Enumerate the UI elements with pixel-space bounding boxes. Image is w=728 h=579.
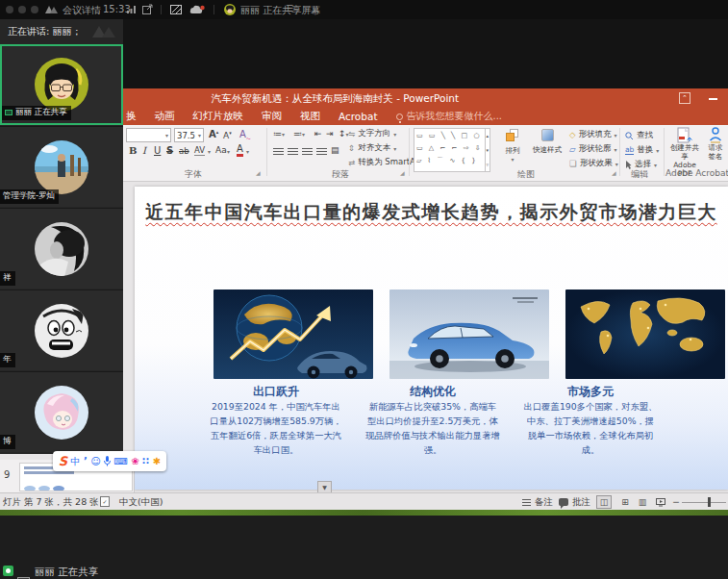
divider bbox=[161, 5, 162, 14]
meeting-topbar: 会议详情 15:33 丽丽 正在共享屏幕 ☰ bbox=[0, 0, 728, 19]
skin-icon[interactable]: ❀ bbox=[132, 457, 139, 466]
tab-review[interactable]: 审阅 bbox=[262, 110, 282, 123]
slide-canvas[interactable]: 近五年中国汽车出口量的爆发式增长趋势，揭示外贸市场潜力巨大 bbox=[135, 187, 728, 490]
character-spacing-button[interactable]: AV bbox=[194, 145, 205, 156]
toolbox-icon[interactable]: ∷ bbox=[142, 457, 149, 466]
paragraph-dialog-launcher-icon[interactable]: ◢ bbox=[400, 169, 405, 176]
align-center-icon[interactable] bbox=[288, 148, 298, 156]
participant-tile[interactable]: 祥 bbox=[0, 208, 123, 289]
pdf-page-icon bbox=[677, 127, 692, 143]
increase-indent-icon[interactable]: ⇥ bbox=[326, 129, 334, 138]
column-body: 出口覆盖190多个国家，对东盟、中东、拉丁美洲增速超50%，摆脱单一市场依赖，全… bbox=[523, 399, 658, 457]
grow-font-button[interactable]: A▴ bbox=[209, 129, 218, 139]
slide-sorter-view-button[interactable]: ⊞ bbox=[617, 495, 633, 509]
participant-label: 丽丽 正在共享 bbox=[2, 106, 71, 120]
numbering-button[interactable]: ≕▾ bbox=[293, 129, 305, 138]
ime-toolbar[interactable]: S 中 ’ ☺ ⌨ ❀ ∷ ✱ bbox=[53, 451, 166, 471]
traffic-light-icon[interactable] bbox=[31, 6, 38, 13]
align-text-button[interactable]: ⇕对齐文本▾ bbox=[348, 142, 396, 154]
slide-title: 近五年中国汽车出口量的爆发式增长趋势，揭示外贸市场潜力巨大 bbox=[135, 200, 728, 225]
shapes-gallery-scroll[interactable]: ▴▾▿ bbox=[485, 129, 490, 171]
language-indicator[interactable]: 中文(中国) bbox=[119, 496, 163, 509]
menu-icon[interactable]: ☰ bbox=[286, 4, 293, 13]
microphone-icon[interactable] bbox=[104, 456, 111, 466]
arrange-button[interactable]: 排列▾ bbox=[498, 129, 527, 164]
avatar bbox=[34, 303, 89, 359]
tab-transitions[interactable]: 换 bbox=[126, 110, 137, 123]
comments-button[interactable]: 批注 bbox=[559, 496, 590, 509]
column-heading: 出口跃升 bbox=[209, 384, 343, 400]
participant-tile[interactable]: 年 bbox=[0, 290, 123, 370]
columns-button[interactable]: ▤ bbox=[331, 145, 339, 155]
tab-acrobat[interactable]: Acrobat bbox=[339, 111, 378, 122]
justify-icon[interactable] bbox=[316, 148, 327, 156]
drawing-dialog-launcher-icon[interactable]: ◢ bbox=[612, 169, 616, 176]
zoom-out-icon[interactable]: − bbox=[672, 496, 680, 507]
shape-fill-button[interactable]: ◇形状填充▾ bbox=[569, 129, 617, 140]
lightbulb-icon bbox=[396, 113, 403, 120]
traffic-light-icon[interactable] bbox=[6, 6, 13, 13]
font-dialog-launcher-icon[interactable]: ◢ bbox=[256, 169, 261, 176]
shrink-font-button[interactable]: A▾ bbox=[223, 130, 232, 140]
spellcheck-icon[interactable]: ✓ bbox=[100, 496, 110, 507]
ribbon-options-icon[interactable]: ⌃ bbox=[679, 92, 690, 104]
reading-view-button[interactable]: ▥ bbox=[635, 495, 650, 509]
thumbnail-slide-number: 9 bbox=[4, 469, 10, 480]
notes-button[interactable]: 备注 bbox=[522, 496, 553, 509]
comments-icon bbox=[559, 498, 568, 506]
underline-button[interactable]: U bbox=[154, 145, 161, 156]
strikethrough-button[interactable]: S bbox=[166, 145, 173, 156]
column-heading: 市场多元 bbox=[523, 384, 658, 400]
shape-outline-button[interactable]: ▱形状轮廓▾ bbox=[569, 143, 617, 155]
phonetic-guide-button[interactable]: A〜 bbox=[239, 129, 251, 141]
text-direction-button[interactable]: ⇋文字方向▾ bbox=[348, 128, 396, 139]
tell-me-box[interactable]: 告诉我您想要做什么... bbox=[396, 110, 503, 123]
align-left-icon[interactable] bbox=[273, 148, 284, 156]
cloud-icon[interactable] bbox=[189, 5, 206, 15]
bullets-button[interactable]: ≔▾ bbox=[273, 129, 285, 138]
meeting-app-icon[interactable] bbox=[3, 566, 13, 576]
request-signatures-button[interactable]: 请求 签名 bbox=[704, 127, 727, 161]
align-right-icon[interactable] bbox=[302, 148, 313, 156]
shapes-gallery[interactable]: ▭ ▭ ╲ ╲ □ ○ ▭ △ ⌐ ⌐ ⇨ ⇩ ▱ ⌇ ⌒ ∿ { } ▴▾▿ bbox=[414, 128, 490, 172]
participants-sidebar: 正在讲话: 丽丽； 丽丽 正在共享 bbox=[0, 19, 123, 454]
shape-effects-button[interactable]: ❏形状效果▾ bbox=[569, 158, 618, 169]
decrease-indent-icon[interactable]: ⇤ bbox=[314, 129, 322, 138]
meeting-details-button[interactable]: 会议详情 bbox=[63, 4, 101, 17]
zoom-slider-handle[interactable] bbox=[708, 497, 711, 507]
annotation-icon[interactable] bbox=[170, 4, 183, 15]
line-spacing-button[interactable]: ↕▾ bbox=[339, 129, 349, 138]
replace-button[interactable]: ab 替换▾ bbox=[625, 144, 659, 156]
font-size-combo[interactable]: 37.5▾ bbox=[174, 128, 204, 142]
sogou-logo-icon[interactable]: S bbox=[59, 455, 67, 467]
emoji-icon[interactable]: ☺ bbox=[90, 457, 100, 466]
chinese-mode-icon[interactable]: 中 bbox=[71, 457, 81, 466]
signature-person-icon bbox=[709, 127, 723, 143]
pop-out-icon[interactable] bbox=[142, 4, 153, 14]
traffic-light-icon[interactable] bbox=[18, 6, 26, 13]
tab-view[interactable]: 视图 bbox=[300, 110, 320, 123]
font-name-combo[interactable]: ▾ bbox=[126, 128, 171, 142]
magnifier-icon bbox=[625, 132, 634, 140]
italic-button[interactable]: I bbox=[142, 145, 146, 156]
zoom-slider-track[interactable] bbox=[682, 502, 726, 503]
keyboard-icon[interactable]: ⌨ bbox=[114, 457, 128, 466]
font-color-button[interactable]: A bbox=[237, 144, 243, 157]
divider bbox=[409, 128, 410, 176]
tab-animations[interactable]: 动画 bbox=[155, 110, 175, 123]
participant-tile[interactable]: 博 bbox=[0, 371, 123, 452]
participant-tile[interactable]: 丽丽 正在共享 bbox=[0, 44, 123, 125]
more-colors-icon[interactable]: ✱ bbox=[153, 457, 161, 466]
tab-slideshow[interactable]: 幻灯片放映 bbox=[193, 110, 244, 123]
clear-formatting-button[interactable]: ab bbox=[179, 146, 189, 156]
apostrophe-icon[interactable]: ’ bbox=[84, 457, 88, 466]
quick-styles-button[interactable]: 快速样式 bbox=[529, 129, 565, 154]
signal-icon bbox=[127, 6, 137, 13]
change-case-button[interactable]: Aa bbox=[215, 145, 227, 155]
minimize-icon[interactable] bbox=[709, 98, 717, 100]
normal-view-button[interactable]: ◫ bbox=[596, 495, 612, 509]
bold-button[interactable]: B bbox=[129, 145, 137, 156]
participant-tile[interactable]: 管理学院-罗灿 bbox=[0, 126, 123, 207]
find-button[interactable]: 查找 bbox=[625, 130, 653, 141]
slideshow-button[interactable] bbox=[653, 495, 668, 509]
